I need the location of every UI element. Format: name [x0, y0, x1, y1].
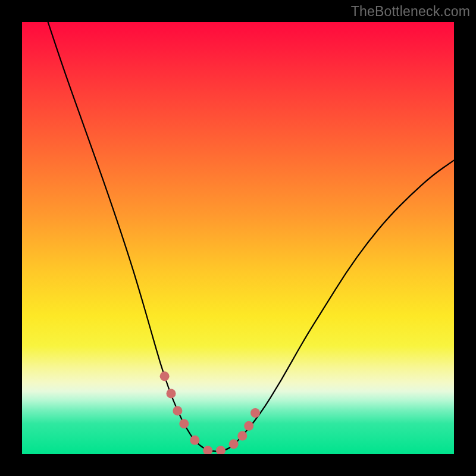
- marker-point: [216, 446, 226, 454]
- chart-frame: TheBottleneck.com: [0, 0, 476, 476]
- watermark-text: TheBottleneck.com: [351, 4, 470, 20]
- marker-point: [160, 371, 170, 381]
- marker-point: [244, 421, 253, 431]
- marker-point: [173, 406, 182, 415]
- marker-point: [179, 419, 189, 428]
- marker-point: [237, 431, 247, 441]
- marker-point: [190, 436, 199, 445]
- marker-point: [250, 408, 260, 418]
- plot-area: [22, 22, 454, 454]
- marker-point: [229, 439, 239, 449]
- marker-layer: [22, 22, 454, 454]
- bottleneck-curve: [22, 22, 454, 454]
- marker-point: [167, 389, 176, 398]
- marker-point: [203, 446, 212, 454]
